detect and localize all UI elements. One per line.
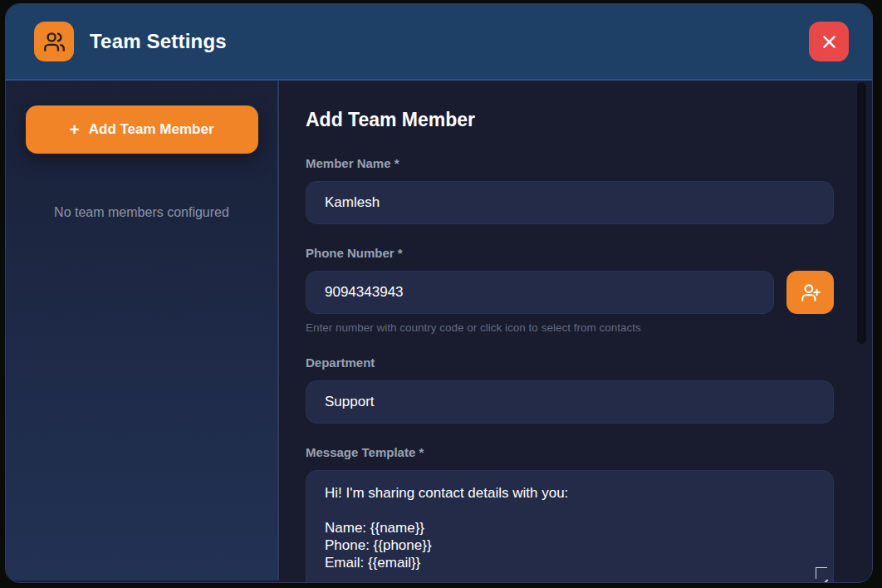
add-team-member-label: Add Team Member xyxy=(89,121,214,138)
message-template-textarea[interactable]: Hi! I'm sharing contact details with you… xyxy=(306,470,834,583)
modal-body: + Add Team Member No team members config… xyxy=(6,81,872,581)
plus-icon: + xyxy=(69,120,79,138)
phone-input[interactable] xyxy=(306,271,774,314)
member-name-label: Member Name * xyxy=(306,156,834,170)
modal-header: Team Settings xyxy=(6,4,872,81)
add-member-form: Add Team Member Member Name * Phone Numb… xyxy=(279,81,872,581)
department-input[interactable] xyxy=(306,380,834,424)
member-name-group: Member Name * xyxy=(306,156,834,224)
close-button[interactable] xyxy=(809,22,849,61)
message-template-label: Message Template * xyxy=(306,445,834,459)
add-team-member-button[interactable]: + Add Team Member xyxy=(26,105,258,154)
empty-members-note: No team members configured xyxy=(6,205,277,220)
message-template-group: Message Template * Hi! I'm sharing conta… xyxy=(306,445,834,583)
close-icon xyxy=(821,33,838,51)
textarea-resize-handle[interactable] xyxy=(816,567,827,579)
modal-title: Team Settings xyxy=(90,30,227,53)
team-settings-modal: Team Settings + Add Team Member No team … xyxy=(5,3,873,583)
member-name-input[interactable] xyxy=(306,181,834,224)
user-plus-icon xyxy=(800,282,821,303)
vertical-scrollbar[interactable] xyxy=(857,82,866,344)
department-group: Department xyxy=(306,355,834,424)
select-contact-button[interactable] xyxy=(786,271,834,314)
phone-helper-text: Enter number with country code or click … xyxy=(306,321,872,334)
phone-label: Phone Number * xyxy=(306,246,872,260)
team-members-sidebar: + Add Team Member No team members config… xyxy=(6,81,279,581)
form-heading: Add Team Member xyxy=(306,109,872,131)
department-label: Department xyxy=(306,355,834,370)
users-icon xyxy=(34,22,74,61)
phone-group: Phone Number * Enter number with c xyxy=(306,246,872,334)
